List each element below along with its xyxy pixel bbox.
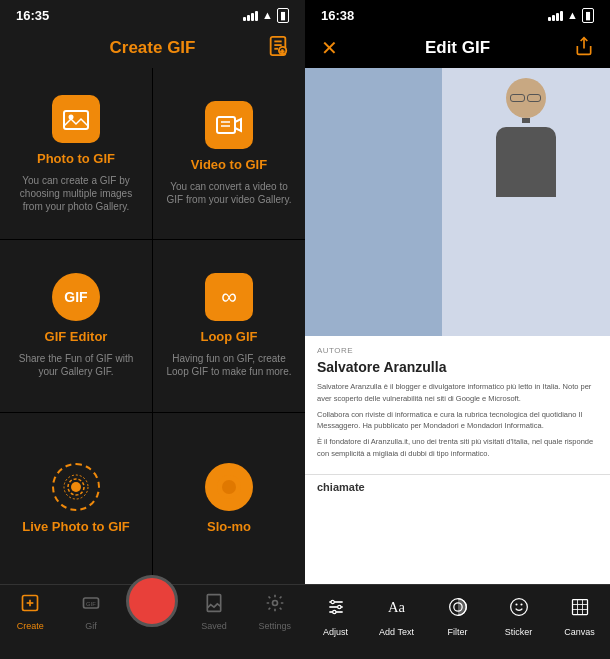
tool-adjust[interactable]: Adjust bbox=[312, 597, 360, 637]
loop-gif-desc: Having fun on GIF, create Loop GIF to ma… bbox=[163, 352, 295, 378]
svg-rect-8 bbox=[217, 117, 235, 133]
add-text-icon: Aa bbox=[386, 597, 408, 622]
adjust-icon bbox=[326, 597, 346, 622]
article-tag: AUTORE bbox=[317, 346, 598, 355]
filter-label: Filter bbox=[448, 627, 468, 637]
record-button-wrap[interactable] bbox=[126, 575, 178, 627]
grid-item-video-to-gif[interactable]: Video to GIF You can convert a video to … bbox=[153, 68, 305, 239]
sticker-icon bbox=[509, 597, 529, 622]
settings-icon bbox=[265, 593, 285, 618]
create-icon bbox=[20, 593, 40, 618]
article-body-2: Collabora con riviste di informatica e c… bbox=[317, 409, 598, 432]
tab-gif[interactable]: GIF Gif bbox=[66, 593, 116, 631]
photo-icon bbox=[52, 95, 100, 143]
wifi-icon: ▲ bbox=[262, 9, 273, 21]
nav-bar-right: ✕ Edit GIF bbox=[305, 28, 610, 68]
tool-filter[interactable]: Filter bbox=[434, 597, 482, 637]
canvas-icon bbox=[570, 597, 590, 622]
article-image bbox=[305, 68, 610, 336]
battery-icon-right: ▮ bbox=[582, 8, 594, 23]
article-body-3: È il fondatore di Aranzulla.it, uno dei … bbox=[317, 436, 598, 459]
gif-editor-label: GIF Editor bbox=[45, 329, 108, 344]
signal-icon bbox=[243, 9, 258, 21]
grid-item-photo-to-gif[interactable]: Photo to GIF You can create a GIF by cho… bbox=[0, 68, 152, 239]
time-left: 16:35 bbox=[16, 8, 49, 23]
filter-icon bbox=[448, 597, 468, 622]
tab-settings[interactable]: Settings bbox=[250, 593, 300, 631]
article-preview: AUTORE Salvatore Aranzulla Salvatore Ara… bbox=[305, 68, 610, 584]
status-icons-left: ▲ ▮ bbox=[243, 8, 289, 23]
svg-point-11 bbox=[71, 482, 81, 492]
svg-text:Aa: Aa bbox=[387, 599, 404, 615]
create-tab-label: Create bbox=[17, 621, 44, 631]
left-nav-title: Create GIF bbox=[110, 38, 196, 58]
article-text-area: AUTORE Salvatore Aranzulla Salvatore Ara… bbox=[305, 336, 610, 474]
gif-tab-label: Gif bbox=[85, 621, 97, 631]
share-button[interactable] bbox=[574, 36, 594, 61]
grid-item-loop-gif[interactable]: ∞ Loop GIF Having fun on GIF, create Loo… bbox=[153, 240, 305, 411]
sticker-label: Sticker bbox=[505, 627, 533, 637]
canvas-area: AUTORE Salvatore Aranzulla Salvatore Ara… bbox=[305, 68, 610, 584]
add-text-label: Add Text bbox=[379, 627, 414, 637]
history-icon[interactable]: + bbox=[267, 35, 289, 62]
right-nav-title: Edit GIF bbox=[425, 38, 490, 58]
settings-tab-label: Settings bbox=[258, 621, 291, 631]
grid-item-gif-editor[interactable]: GIF GIF Editor Share the Fun of GIF with… bbox=[0, 240, 152, 411]
svg-rect-36 bbox=[572, 600, 587, 615]
svg-point-28 bbox=[337, 605, 340, 608]
gif-tab-icon: GIF bbox=[81, 593, 101, 618]
svg-point-29 bbox=[332, 610, 335, 613]
svg-point-33 bbox=[510, 599, 527, 616]
svg-rect-6 bbox=[64, 111, 88, 129]
saved-icon bbox=[204, 593, 224, 618]
tab-bar-left: Create GIF Gif Saved bbox=[0, 584, 305, 659]
tab-create[interactable]: Create bbox=[5, 593, 55, 631]
person-body bbox=[496, 127, 556, 197]
saved-tab-label: Saved bbox=[201, 621, 227, 631]
signal-icon-right bbox=[548, 9, 563, 21]
status-icons-right: ▲ ▮ bbox=[548, 8, 594, 23]
chiamate-bar: chiamate bbox=[305, 474, 610, 499]
gif-editor-icon: GIF bbox=[52, 273, 100, 321]
slo-mo-icon bbox=[205, 463, 253, 511]
gif-editor-desc: Share the Fun of GIF with your Gallery G… bbox=[10, 352, 142, 378]
left-screen: 16:35 ▲ ▮ Create GIF + bbox=[0, 0, 305, 659]
video-icon bbox=[205, 101, 253, 149]
tool-add-text[interactable]: Aa Add Text bbox=[373, 597, 421, 637]
tool-canvas[interactable]: Canvas bbox=[556, 597, 604, 637]
status-bar-right: 16:38 ▲ ▮ bbox=[305, 0, 610, 28]
svg-point-22 bbox=[272, 601, 277, 606]
close-button[interactable]: ✕ bbox=[321, 36, 338, 60]
adjust-label: Adjust bbox=[323, 627, 348, 637]
loop-gif-label: Loop GIF bbox=[200, 329, 257, 344]
photo-to-gif-label: Photo to GIF bbox=[37, 151, 115, 166]
record-button[interactable] bbox=[126, 575, 178, 627]
battery-icon: ▮ bbox=[277, 8, 289, 23]
live-photo-label: Live Photo to GIF bbox=[22, 519, 130, 534]
video-to-gif-label: Video to GIF bbox=[191, 157, 267, 172]
loop-icon: ∞ bbox=[205, 273, 253, 321]
time-right: 16:38 bbox=[321, 8, 354, 23]
wifi-icon-right: ▲ bbox=[567, 9, 578, 21]
tab-saved[interactable]: Saved bbox=[189, 593, 239, 631]
nav-bar-left: Create GIF + bbox=[0, 28, 305, 68]
article-body: Salvatore Aranzulla è il blogger e divul… bbox=[317, 381, 598, 459]
article-author: Salvatore Aranzulla bbox=[317, 359, 598, 375]
svg-point-27 bbox=[331, 600, 334, 603]
tool-sticker[interactable]: Sticker bbox=[495, 597, 543, 637]
right-screen: 16:38 ▲ ▮ ✕ Edit GIF bbox=[305, 0, 610, 659]
feature-grid: Photo to GIF You can create a GIF by cho… bbox=[0, 68, 305, 584]
status-bar-left: 16:35 ▲ ▮ bbox=[0, 0, 305, 28]
canvas-label: Canvas bbox=[564, 627, 595, 637]
svg-rect-21 bbox=[207, 595, 220, 612]
article-body-1: Salvatore Aranzulla è il blogger e divul… bbox=[317, 381, 598, 404]
svg-text:GIF: GIF bbox=[86, 601, 96, 607]
svg-point-15 bbox=[222, 480, 236, 494]
grid-item-live-photo[interactable]: Live Photo to GIF bbox=[0, 413, 152, 584]
person-head bbox=[506, 78, 546, 118]
chiamate-text: chiamate bbox=[317, 481, 365, 493]
live-photo-icon bbox=[52, 463, 100, 511]
grid-item-slo-mo[interactable]: Slo-mo bbox=[153, 413, 305, 584]
article-bg-left bbox=[305, 68, 442, 336]
edit-toolbar: Adjust Aa Add Text Filter bbox=[305, 584, 610, 659]
